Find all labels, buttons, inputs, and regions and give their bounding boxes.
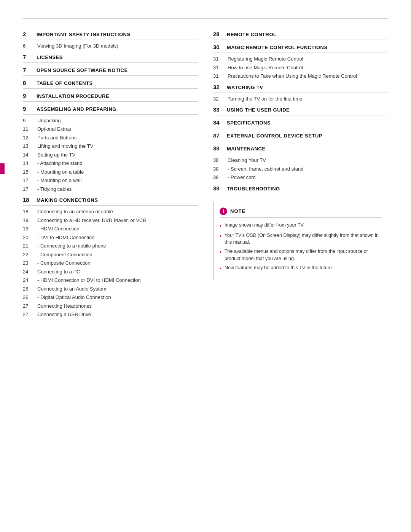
item-num: 38 [213,174,224,181]
item-num: 14 [23,160,33,167]
note-item: •The available menus and options may dif… [220,248,382,262]
right-section-title: MAINTENANCE [227,146,266,152]
section-item: 17- Tidying cables [23,185,198,193]
right-section-num: 30 [213,44,222,50]
right-section-header: 34SPECIFICATIONS [213,119,388,128]
right-section-38: 38TROUBLESHOOTING [213,185,388,194]
section-item: 38- Screen, frame, cabinet and stand [213,165,388,173]
section-item: 23- Composite Connection [23,259,198,267]
note-bullet-icon: • [220,265,221,273]
right-section-38: 38MAINTENANCE38Cleaning Your TV38- Scree… [213,145,388,181]
item-num: 32 [213,95,224,103]
section-item: 13Lifting and moving the TV [23,142,198,150]
note-bullet-icon: • [220,232,221,246]
item-text: Connecting to a HD receiver, DVD Player,… [37,217,198,224]
section-item: 20- DVI to HDMI Connection [23,234,198,241]
item-num: 14 [23,151,33,159]
right-section-header: 33USING THE USER GUIDE [213,106,388,115]
item-text: - DVI to HDMI Connection [37,234,198,241]
item-text: Optional Extras [37,125,198,133]
section-item: 9Unpacking [23,117,198,125]
section-item: 14Setting up the TV [23,151,198,159]
section-header: 9INSTALLATION PROCEDURE [23,93,198,102]
section-num: 7 [23,54,32,60]
item-num: 38 [213,157,224,164]
right-section-title: SPECIFICATIONS [227,120,271,126]
section-num: 2 [23,31,32,37]
section-item: 14- Attaching the stand [23,160,198,167]
section-title: OPEN SOURCE SOFTWARE NOTICE [37,67,128,73]
right-section-header: 37EXTERNAL CONTROL DEVICE SETUP [213,132,388,141]
section-title: MAKING CONNECTIONS [37,197,98,203]
section-item: 12Parts and Buttons [23,134,198,142]
item-num: 26 [23,285,33,293]
item-num: 19 [23,225,33,233]
note-item-text: The available menus and options may diff… [225,248,382,262]
item-num: 9 [23,117,33,125]
item-text: Unpacking [37,117,198,125]
note-item: •Image shown may differ from your TV. [220,222,382,230]
right-section-title: USING THE USER GUIDE [227,107,290,113]
section-items: 38Cleaning Your TV38- Screen, frame, cab… [213,157,388,181]
section-item: 26Connecting to an Audio System [23,285,198,293]
right-section-header: 32WATCHING TV [213,84,388,93]
section-item: 15- Mounting on a table [23,168,198,176]
right-section-num: 28 [213,31,222,37]
section-num: 9 [23,93,32,99]
left-section-8: 8TABLE OF CONTENTS [23,80,198,89]
right-section-header: 38TROUBLESHOOTING [213,185,388,194]
item-num: 22 [23,251,33,259]
section-title: INSTALLATION PROCEDURE [37,93,109,99]
right-section-30: 30MAGIC REMOTE CONTROL FUNCTIONS31Regist… [213,44,388,80]
section-item: 31How to use Magic Remote Control [213,64,388,72]
item-text: - Component Connection [37,251,198,259]
item-num: 20 [23,234,33,241]
section-header: 8TABLE OF CONTENTS [23,80,198,89]
item-text: Turning the TV on for the first time [228,95,388,103]
note-item-text: Image shown may differ from your TV. [225,222,304,230]
item-text: Connecting to an Audio System [37,285,198,293]
item-num: 27 [23,311,33,318]
note-item: •New features may be added to this TV in… [220,264,382,273]
col-right: 28REMOTE CONTROL30MAGIC REMOTE CONTROL F… [213,31,388,322]
item-text: Setting up the TV [37,151,198,159]
section-item: 38- Power cord [213,174,388,181]
left-section-2: 2IMPORTANT SAFETY INSTRUCTIONS6Viewing 3… [23,31,198,50]
left-section-7: 7OPEN SOURCE SOFTWARE NOTICE [23,67,198,76]
item-num: 38 [213,165,224,173]
right-section-num: 33 [213,106,222,113]
right-section-title: REMOTE CONTROL [227,32,277,37]
item-num: 13 [23,142,33,150]
section-header: 7OPEN SOURCE SOFTWARE NOTICE [23,67,198,76]
item-num: 6 [23,42,33,50]
item-text: - Tidying cables [37,185,198,193]
item-num: 11 [23,125,33,133]
item-num: 26 [23,294,33,301]
right-section-header: 38MAINTENANCE [213,145,388,154]
right-section-title: TROUBLESHOOTING [227,186,280,192]
item-text: - Mounting on a wall [37,177,198,184]
item-num: 17 [23,185,33,193]
section-title: IMPORTANT SAFETY INSTRUCTIONS [37,32,131,37]
section-item: 31Registering Magic Remote Control [213,55,388,63]
right-section-title: MAGIC REMOTE CONTROL FUNCTIONS [227,45,328,50]
note-header: !NOTE [220,208,382,218]
item-text: Cleaning Your TV [228,157,388,164]
item-num: 31 [213,72,224,80]
right-section-num: 32 [213,84,222,90]
item-num: 27 [23,302,33,310]
section-num: 8 [23,80,32,86]
section-item: 24Connecting to a PC [23,268,198,276]
left-section-9: 9ASSEMBLING AND PREPARING9Unpacking11Opt… [23,105,198,193]
section-header: 7LICENSES [23,54,198,63]
item-num: 24 [23,276,33,284]
right-section-num: 34 [213,119,222,126]
right-section-header: 28REMOTE CONTROL [213,31,388,40]
item-text: - Digital Optical Audio Connection [37,294,198,301]
content-columns: 2IMPORTANT SAFETY INSTRUCTIONS6Viewing 3… [23,31,388,322]
left-section-7: 7LICENSES [23,54,198,63]
section-item: 24- HDMI Connection or DVI to HDMI Conne… [23,276,198,284]
right-section-34: 34SPECIFICATIONS [213,119,388,128]
section-items: 32Turning the TV on for the first time [213,95,388,103]
section-item: 26- Digital Optical Audio Connection [23,294,198,301]
